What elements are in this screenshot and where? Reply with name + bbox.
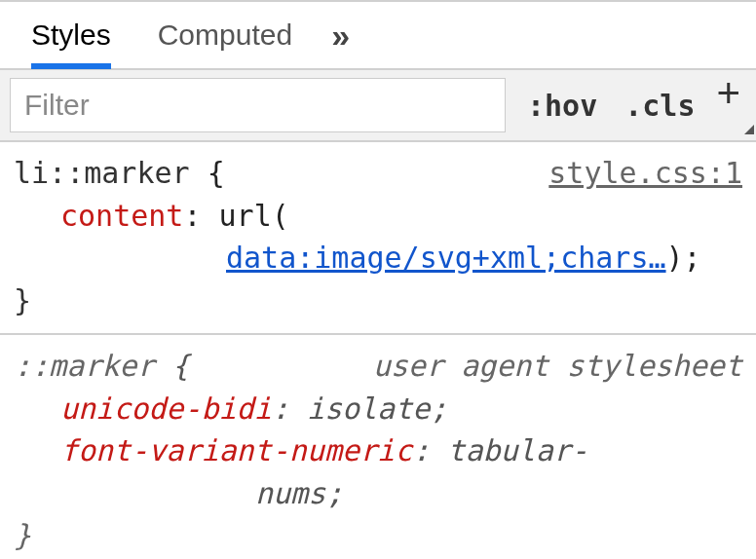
rule-open-brace: {: [190, 156, 225, 190]
rule-open-brace: {: [155, 349, 190, 383]
rule-selector: ::marker: [14, 349, 155, 383]
property-value: tabular-: [447, 433, 588, 467]
tab-computed[interactable]: Computed: [158, 1, 292, 69]
property-value-suffix: );: [666, 241, 701, 275]
cls-button[interactable]: .cls: [611, 70, 708, 140]
declaration[interactable]: content: url( data:image/svg+xml;chars…)…: [14, 195, 742, 280]
declaration: unicode-bidi: isolate;: [14, 388, 742, 430]
styles-toolbar: Filter :hov .cls +: [0, 70, 756, 142]
dropdown-indicator-icon: [744, 125, 754, 134]
property-value-wrap: nums;: [60, 472, 742, 515]
style-rule[interactable]: li::marker { style.css:1 content: url( d…: [0, 142, 756, 335]
filter-input[interactable]: Filter: [10, 78, 506, 132]
property-value-prefix: url(: [219, 199, 289, 233]
rule-selector[interactable]: li::marker: [14, 156, 190, 190]
property-name: font-variant-numeric: [60, 433, 412, 467]
style-rule-ua: ::marker { user agent stylesheet unicode…: [0, 335, 756, 559]
url-link[interactable]: data:image/svg+xml;chars…: [226, 241, 666, 275]
tab-styles[interactable]: Styles: [31, 1, 111, 69]
property-name[interactable]: content: [60, 199, 183, 233]
hov-button[interactable]: :hov: [513, 70, 611, 140]
colon: :: [272, 391, 307, 426]
plus-icon: +: [716, 70, 740, 116]
styles-panel: Styles Computed » Filter :hov .cls + li:…: [0, 0, 756, 559]
rule-close-brace: }: [14, 514, 742, 557]
property-name: unicode-bidi: [60, 391, 272, 426]
rule-source-ua: user agent stylesheet: [373, 345, 742, 388]
property-value: isolate;: [307, 391, 448, 426]
colon: :: [412, 433, 447, 467]
declaration: font-variant-numeric: tabular- nums;: [14, 429, 742, 514]
new-rule-button[interactable]: +: [708, 70, 756, 140]
tab-strip: Styles Computed »: [0, 2, 756, 70]
colon: :: [183, 199, 218, 233]
rule-source-link[interactable]: style.css:1: [548, 152, 742, 195]
tab-overflow[interactable]: »: [331, 1, 350, 69]
rule-close-brace: }: [14, 280, 742, 322]
